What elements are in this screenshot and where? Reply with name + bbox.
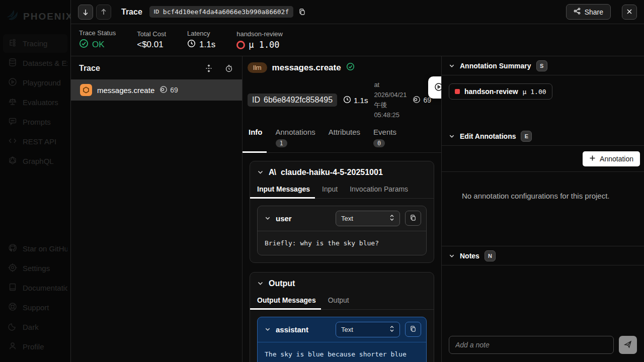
tab-input[interactable]: Input — [322, 183, 338, 198]
stat-label: Total Cost — [137, 30, 166, 38]
shortcut-key-badge: N — [485, 250, 496, 261]
assistant-message-card: assistant Text — [257, 317, 427, 362]
span-info-body: A\ claude-haiku-4-5-20251001 Input Messa… — [243, 153, 441, 362]
status-value: OK — [92, 40, 105, 50]
trace-title: Trace — [121, 8, 142, 17]
close-button[interactable] — [622, 5, 637, 20]
id-tag: ID — [252, 96, 260, 105]
trace-status-bar: Trace Status OK Total Cost <$0.01 Latenc… — [71, 24, 644, 56]
latency-value: 1.1s — [199, 40, 215, 50]
trace-id-value: bcf4d10eef4da4a6066e3b990a86602f — [163, 8, 289, 16]
tab-events[interactable]: Events 0 — [373, 125, 396, 152]
chevron-down-icon — [449, 63, 455, 69]
tab-label: Info — [249, 128, 263, 136]
latency-stat: Latency 1.1s — [187, 30, 215, 50]
open-in-playground-button[interactable] — [428, 76, 442, 99]
expand-rows-button[interactable] — [203, 62, 215, 74]
section-title: Annotation Summary — [460, 62, 531, 70]
annotation-mean-score: µ 1.00 — [523, 88, 546, 96]
tab-attributes[interactable]: Attributes — [329, 125, 360, 152]
review-value: µ 1.00 — [249, 40, 279, 50]
copy-message-button[interactable] — [405, 322, 421, 337]
chevron-down-icon[interactable] — [265, 326, 271, 332]
tab-output-messages[interactable]: Output Messages — [257, 294, 316, 309]
plus-icon — [589, 155, 596, 163]
sidebar: PHOENIX Tracing Datasets & Ex Playground — [0, 0, 70, 362]
span-timestamp: at 2026/04/21 午後 05:48:25 — [374, 80, 407, 121]
paper-plane-icon — [624, 340, 632, 350]
input-card-tabs: Input Messages Input Invocation Params — [250, 181, 434, 199]
edit-annotations-header[interactable]: Edit Annotations E — [442, 127, 644, 146]
shortcut-key-badge: S — [536, 60, 547, 71]
trace-status-stat: Trace Status OK — [79, 29, 116, 51]
annotations-panel: Annotation Summary S handson-review µ 1.… — [442, 56, 644, 362]
span-token-count: 69 — [170, 86, 178, 94]
tab-label: Annotations — [276, 128, 315, 136]
previous-trace-button[interactable] — [96, 5, 111, 20]
trace-tree-panel: Trace messages.create — [71, 56, 242, 362]
tab-input-messages[interactable]: Input Messages — [257, 183, 310, 198]
chevron-updown-icon — [389, 214, 394, 223]
share-icon — [574, 8, 581, 16]
message-role: user — [276, 214, 292, 223]
latency-toggle-icon[interactable] — [223, 62, 235, 74]
no-annotation-configs-message: No annotation configurations for this pr… — [442, 172, 644, 246]
assistant-message-content: The sky is blue because shorter blue — [258, 342, 426, 362]
span-latency: 1.1s — [354, 96, 368, 105]
span-detail-title: messages.create — [272, 63, 341, 73]
next-trace-button[interactable] — [78, 5, 93, 20]
clock-icon — [343, 96, 351, 105]
tab-output[interactable]: Output — [328, 294, 349, 309]
span-kind-badge: llm — [248, 62, 267, 73]
llm-span-kind-icon — [80, 84, 92, 96]
tab-info[interactable]: Info — [249, 125, 263, 152]
total-cost-stat: Total Cost <$0.01 — [137, 30, 166, 50]
share-button[interactable]: Share — [566, 4, 611, 20]
notes-header[interactable]: Notes N — [442, 246, 644, 265]
trace-topbar: Trace ID bcf4d10eef4da4a6066e3b990a86602… — [71, 0, 644, 24]
tab-count-badge: 0 — [373, 139, 385, 147]
section-title: Edit Annotations — [460, 132, 516, 140]
message-format-select[interactable]: Text — [336, 322, 400, 337]
select-value: Text — [341, 215, 353, 222]
play-circle-icon — [434, 82, 442, 93]
app-screen: PHOENIX Tracing Datasets & Ex Playground — [0, 0, 644, 362]
annotation-summary-header[interactable]: Annotation Summary S — [442, 56, 644, 75]
clock-icon — [187, 39, 196, 50]
stat-label: Latency — [187, 30, 215, 37]
add-note-input[interactable] — [449, 336, 614, 354]
chevron-down-icon[interactable] — [265, 215, 271, 221]
span-detail-panel: llm messages.create ID 6b6e8492fc858495 … — [242, 56, 442, 362]
span-row-messages-create[interactable]: messages.create 69 — [71, 79, 242, 101]
copy-icon — [410, 214, 417, 223]
message-format-select[interactable]: Text — [336, 211, 400, 226]
message-role: assistant — [276, 325, 308, 334]
span-ok-icon — [346, 62, 355, 73]
chevron-down-icon[interactable] — [257, 169, 264, 175]
span-id-value: 6b6e8492fc858495 — [264, 96, 333, 105]
copy-message-button[interactable] — [405, 211, 421, 226]
copy-icon — [410, 325, 417, 334]
tab-invocation-params[interactable]: Invocation Params — [350, 183, 408, 198]
tab-annotations[interactable]: Annotations 1 — [276, 125, 315, 152]
chevron-updown-icon — [389, 325, 394, 334]
notes-content — [442, 265, 644, 362]
chevron-down-icon[interactable] — [257, 280, 264, 287]
stat-label: Trace Status — [79, 29, 116, 37]
handson-review-chip[interactable]: handson-review µ 1.00 — [449, 83, 552, 100]
stat-label: handson-review — [236, 30, 283, 38]
send-note-button[interactable] — [619, 336, 637, 354]
chevron-down-icon — [449, 253, 455, 259]
model-name: claude-haiku-4-5-20251001 — [281, 168, 383, 177]
trace-content: Trace messages.create — [71, 56, 644, 362]
cost-value: <$0.01 — [137, 40, 166, 50]
user-message-content: Briefly: why is the sky blue? — [258, 231, 426, 255]
id-tag: ID — [154, 9, 159, 15]
trace-tree-title: Trace — [79, 64, 203, 73]
select-value: Text — [341, 326, 353, 333]
add-annotation-button[interactable]: Annotation — [583, 151, 640, 166]
llm-output-card: Output Output Messages Output assistant — [250, 272, 434, 362]
trace-slideover: Trace ID bcf4d10eef4da4a6066e3b990a86602… — [70, 0, 644, 362]
modal-dim-overlay[interactable] — [0, 0, 70, 362]
copy-trace-id-button[interactable] — [296, 6, 308, 18]
